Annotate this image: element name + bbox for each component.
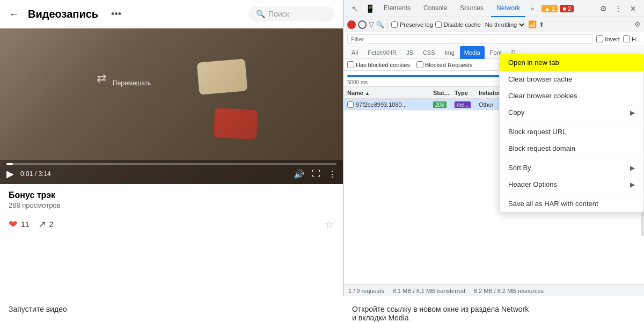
invert-filter-checkbox[interactable]: Invert <box>596 35 620 42</box>
td-type: me... <box>451 101 475 108</box>
preserve-log-input[interactable] <box>391 21 398 28</box>
settings-icon[interactable]: ⚙ <box>597 2 610 15</box>
context-menu-item-sort-by[interactable]: Sort By ▶ <box>500 159 643 176</box>
context-menu: Open in new tab Clear browser cache Clea… <box>499 54 644 213</box>
more-tabs-button[interactable]: » <box>528 5 537 12</box>
progress-bar-fill <box>6 163 13 165</box>
separator3 <box>500 194 643 194</box>
preserve-log-checkbox[interactable]: Preserve log <box>391 21 433 28</box>
type-badge: me... <box>455 101 471 108</box>
video-title: Бонус трэк <box>9 191 334 200</box>
transferred-size: 8.1 MB / 8.1 MB transferred <box>393 288 465 294</box>
separator2 <box>500 158 643 158</box>
wifi-icon: 📶 <box>528 20 537 28</box>
record-button[interactable] <box>347 20 356 29</box>
th-status[interactable]: Stat... <box>430 90 451 96</box>
has-blocked-cookies-checkbox[interactable]: Has blocked cookies <box>347 61 410 68</box>
context-menu-item-clear-cache[interactable]: Clear browser cache <box>500 71 643 87</box>
th-name[interactable]: Name ▲ <box>344 90 430 96</box>
like-count: 11 <box>21 220 30 229</box>
tab-sources[interactable]: Sources <box>455 0 489 17</box>
status-badge: 206 <box>433 101 447 108</box>
type-tab-img[interactable]: Img <box>441 46 459 59</box>
volume-icon[interactable]: 🔊 <box>294 169 304 179</box>
tab-network[interactable]: Network <box>491 0 525 17</box>
disable-cache-checkbox[interactable]: Disable cache <box>435 21 481 28</box>
type-tab-css[interactable]: CSS <box>419 46 440 59</box>
context-menu-item-clear-cookies[interactable]: Clear browser cookies <box>500 87 643 104</box>
devtools-more-icon[interactable]: ⋮ <box>612 2 625 15</box>
search-box[interactable]: 🔍 Поиск <box>248 6 334 21</box>
filter-icon[interactable]: ▽ <box>369 20 374 28</box>
caption-left: Запустите видео <box>0 305 343 322</box>
stop-recording-button[interactable] <box>358 20 367 29</box>
context-menu-item-save-har[interactable]: Save all as HAR with content <box>500 195 643 212</box>
search-icon: 🔍 <box>256 10 265 18</box>
type-tab-js[interactable]: JS <box>402 46 418 59</box>
video-views: 288 просмотров <box>9 201 334 209</box>
separator1 <box>500 122 643 122</box>
error-badge: ■ 2 <box>560 5 574 12</box>
devtools-statusbar: 1 / 9 requests 8.1 MB / 8.1 MB transferr… <box>344 284 644 296</box>
progress-bar-container[interactable] <box>6 163 336 165</box>
hide-filter-checkbox[interactable]: H... <box>623 35 641 42</box>
type-tab-all[interactable]: All <box>347 46 362 59</box>
network-filter-bar: Invert H... <box>344 32 644 46</box>
page-title: Видеозапись <box>28 8 98 20</box>
resources-size: 8.2 MB / 8.2 MB resources <box>474 288 544 294</box>
td-status: 206 <box>430 101 451 108</box>
context-menu-item-block-url[interactable]: Block request URL <box>500 123 643 140</box>
tab-console[interactable]: Console <box>418 0 452 17</box>
sort-arrow-icon: ▲ <box>365 91 370 96</box>
type-tab-media[interactable]: Media <box>460 46 485 59</box>
caption-right: Откройте ссылку в новом окне из раздела … <box>343 305 644 322</box>
throttle-select[interactable]: No throttling <box>483 21 526 28</box>
row-select-checkbox[interactable] <box>347 101 354 108</box>
td-name: 97f2be8993.1080... <box>344 101 430 108</box>
play-button[interactable]: ▶ <box>6 168 14 180</box>
upload-icon: ⬆ <box>539 21 544 28</box>
share-count: 2 <box>49 220 54 229</box>
device-mode-icon[interactable]: 📱 <box>363 2 376 15</box>
like-button[interactable]: ❤ 11 <box>9 218 30 231</box>
warning-badge: ▲ 1 <box>541 5 558 12</box>
context-menu-item-header-options[interactable]: Header Options ▶ <box>500 176 643 193</box>
timeline-bar-fill <box>347 75 523 77</box>
submenu-arrow-header: ▶ <box>630 181 635 188</box>
back-button[interactable]: ← <box>9 8 19 20</box>
devtools-tabbar: ↖ 📱 Elements Console Sources Network » ▲… <box>344 0 644 17</box>
close-devtools-icon[interactable]: ✕ <box>627 2 640 15</box>
more-video-options-icon[interactable]: ⋮ <box>328 169 336 179</box>
requests-count: 1 / 9 requests <box>348 288 384 294</box>
submenu-arrow-sort: ▶ <box>630 164 635 172</box>
time-display: 0:01 / 3:14 <box>20 170 51 178</box>
bookmark-button[interactable]: ☆ <box>325 218 334 231</box>
network-settings-icon[interactable]: ⚙ <box>634 20 641 28</box>
network-toolbar: ▽ 🔍 Preserve log Disable cache No thrott… <box>344 17 644 32</box>
blocked-requests-checkbox[interactable]: Blocked Requests <box>416 61 473 68</box>
filter-input[interactable] <box>347 34 593 44</box>
disable-cache-input[interactable] <box>435 21 442 28</box>
context-menu-item-open-new-tab[interactable]: Open in new tab <box>500 54 643 71</box>
context-menu-item-copy[interactable]: Copy ▶ <box>500 104 643 121</box>
th-type[interactable]: Type <box>451 90 475 96</box>
bottom-captions: Запустите видео Откройте ссылку в новом … <box>0 296 644 322</box>
video-player[interactable]: ⇄ Перемешать ▶ 0:01 / 3:14 🔊 <box>0 28 343 184</box>
fullscreen-icon[interactable]: ⛶ <box>312 169 320 179</box>
divider1 <box>387 20 388 29</box>
inspect-element-icon[interactable]: ↖ <box>348 2 361 15</box>
share-button[interactable]: ↗ 2 <box>38 218 54 230</box>
more-options-button[interactable]: ••• <box>111 9 121 20</box>
submenu-arrow-copy: ▶ <box>630 109 635 116</box>
context-menu-item-block-domain[interactable]: Block request domain <box>500 140 643 157</box>
search-placeholder: Поиск <box>268 10 289 18</box>
search-network-icon[interactable]: 🔍 <box>376 21 384 28</box>
type-tab-fetch[interactable]: Fetch/XHR <box>363 46 401 59</box>
tab-elements[interactable]: Elements <box>378 0 416 17</box>
